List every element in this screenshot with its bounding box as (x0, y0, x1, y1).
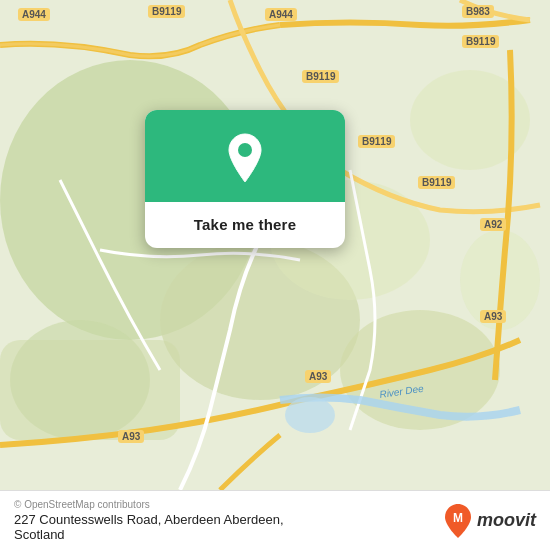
popup-card: Take me there (145, 110, 345, 248)
moovit-icon: M (443, 503, 473, 539)
road-label-a93-1: A93 (480, 310, 506, 323)
location-pin-icon (223, 132, 267, 184)
road-label-a944-1: A944 (18, 8, 50, 21)
road-label-b9119-3: B9119 (358, 135, 395, 148)
road-label-b9119-4: B9119 (418, 176, 455, 189)
moovit-text: moovit (477, 510, 536, 531)
svg-rect-5 (0, 340, 180, 440)
road-label-a93-2: A93 (305, 370, 331, 383)
road-label-a93-3: A93 (118, 430, 144, 443)
take-me-there-button[interactable]: Take me there (194, 216, 296, 233)
road-label-b9119-1: B9119 (148, 5, 185, 18)
road-label-a92: A92 (480, 218, 506, 231)
popup-card-bottom: Take me there (145, 202, 345, 248)
popup-card-header (145, 110, 345, 202)
road-label-b983: B983 (462, 5, 494, 18)
road-label-b9119-5: B9119 (462, 35, 499, 48)
moovit-logo: M moovit (443, 503, 536, 539)
bottom-info: © OpenStreetMap contributors 227 Countes… (14, 499, 284, 542)
address-text: 227 Countesswells Road, Aberdeen Aberdee… (14, 512, 284, 542)
bottom-bar: © OpenStreetMap contributors 227 Countes… (0, 490, 550, 550)
road-label-b9119-2: B9119 (302, 70, 339, 83)
svg-point-11 (238, 143, 252, 157)
svg-point-9 (285, 397, 335, 433)
road-label-a944-2: A944 (265, 8, 297, 21)
svg-text:M: M (453, 511, 463, 525)
copyright-text: © OpenStreetMap contributors (14, 499, 284, 510)
map-view: River Dee A944 A944 B9119 B9119 B9119 B9… (0, 0, 550, 490)
